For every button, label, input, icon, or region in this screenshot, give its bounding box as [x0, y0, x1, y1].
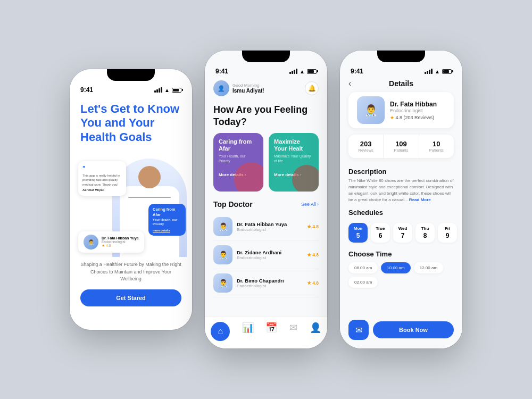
p3-time-0800[interactable]: 08.00 am: [348, 262, 378, 273]
list-item[interactable]: 👨‍⚕️ Dr. Fata Hibban Yuya Endocrinologis…: [213, 213, 319, 241]
nav-stats[interactable]: 📊: [242, 322, 254, 341]
back-button[interactable]: ‹: [348, 79, 351, 88]
p3-stat-patients1: 109 Patients: [384, 135, 419, 158]
p3-description-text: The Nike White 80 shoes are the perfect …: [348, 178, 454, 203]
p2-card-maximize[interactable]: Maximize Your Healt Maximize Your Qualit…: [269, 133, 319, 192]
p2-status-icons: ▲: [289, 69, 317, 74]
p2-blob-1: [234, 162, 263, 192]
p1-time: 9:41: [80, 86, 93, 94]
phone-2-content: 9:41 ▲ 👤 Good Morning Ismu Adiyat!: [205, 51, 327, 348]
nav-home[interactable]: ⌂: [211, 322, 230, 341]
p1-status-icons: ▲: [154, 87, 181, 93]
p3-bottom-actions: ✉ Book Now: [340, 315, 462, 348]
p1-hero-text: Let's Get to Know You and Your Health Go…: [70, 98, 192, 146]
p3-status-icons: ▲: [425, 69, 452, 74]
p3-time-0200[interactable]: 02.00 am: [348, 277, 378, 288]
p3-schedule-days: Mon 5 True 6 Wed 7 Thu 8 Fri 9: [340, 221, 462, 247]
signal-icon: [425, 69, 433, 74]
p1-doctor-avatar: 👨‍⚕️: [84, 235, 98, 250]
p2-doc-info-1: Dr. Fata Hibban Yuya Endocrinologist: [237, 221, 303, 232]
p3-page-title: Details: [389, 79, 413, 88]
get-started-button[interactable]: Get Stared: [80, 289, 181, 306]
signal-icon: [289, 69, 297, 74]
p3-rating: ★ 4.8 (203 Reviews): [390, 115, 437, 120]
wifi-icon: ▲: [300, 69, 305, 74]
p3-description-section: Description The Nike White 80 shoes are …: [340, 164, 462, 205]
p3-stat-reviews: 203 Reviews: [348, 135, 384, 158]
p2-bottom-nav: ⌂ 📊 📅 ✉ 👤: [205, 316, 327, 348]
battery-icon: [442, 69, 452, 74]
p2-doc-rating-2: ★ 4.8: [307, 252, 319, 257]
p2-doc-avatar-1: 👨‍⚕️: [213, 217, 232, 236]
p2-doc-rating-1: ★ 4.8: [307, 224, 319, 229]
phones-container: 9:41 ▲ Let's Get to Know You and Your He…: [0, 0, 532, 399]
p3-day-mon[interactable]: Mon 5: [348, 223, 368, 243]
nav-profile[interactable]: 👤: [310, 322, 321, 341]
p3-schedules-section: Schedules: [340, 205, 462, 221]
p1-doctor-info: Dr. Fata Hibban Yuya Endocrinologist ★ 4…: [102, 236, 139, 248]
p2-promo-cards: Caring from Afar Your Health, our Priori…: [205, 133, 327, 198]
phone-3-content: 9:41 ▲ ‹ Details 👨‍⚕️ Dr. Fata Hibban En…: [340, 51, 462, 348]
p2-user-text: Good Morning Ismu Adiyat!: [232, 83, 264, 94]
p2-header: 👤 Good Morning Ismu Adiyat! 🔔: [205, 77, 327, 99]
notification-bell-icon[interactable]: 🔔: [305, 81, 319, 95]
p3-stat-patients2: 10 Patients: [419, 135, 454, 158]
p2-doc-info-2: Dr. Zidane Ardhani Endocrinologist: [237, 250, 303, 260]
p3-time-1000[interactable]: 10.00 am: [381, 262, 410, 273]
p2-top-doctor-header: Top Doctor See All ›: [205, 198, 327, 213]
p3-doctor-profile: 👨‍⚕️ Dr. Fata Hibban Endocrinologist ★ 4…: [348, 92, 454, 128]
p2-time: 9:41: [215, 68, 228, 75]
p3-status-bar: 9:41 ▲: [340, 65, 462, 77]
notch-1: [107, 69, 155, 81]
p3-time-section: Choose Time: [340, 247, 462, 262]
phone-2: 9:41 ▲ 👤 Good Morning Ismu Adiyat!: [205, 51, 327, 348]
p3-time-slots: 08.00 am 10.00 am 12.00 am 02.00 am: [340, 262, 462, 292]
book-now-button[interactable]: Book Now: [373, 321, 454, 338]
battery-icon: [172, 88, 181, 93]
phone-1-content: 9:41 ▲ Let's Get to Know You and Your He…: [70, 69, 192, 330]
p2-doc-rating-3: ★ 4.8: [307, 280, 319, 286]
p1-headline: Let's Get to Know You and Your Health Go…: [80, 102, 181, 144]
p3-time-1200[interactable]: 12.00 am: [414, 262, 443, 273]
p2-doc-info-3: Dr. Bimo Chapandri Endocrinologist: [237, 278, 303, 288]
battery-icon: [307, 69, 317, 74]
p2-avatar: 👤: [213, 80, 229, 96]
p3-time: 9:41: [351, 68, 363, 75]
nav-messages[interactable]: ✉: [289, 322, 297, 341]
phone-1: 9:41 ▲ Let's Get to Know You and Your He…: [70, 69, 192, 330]
nav-calendar[interactable]: 📅: [265, 322, 277, 341]
p3-day-wed[interactable]: Wed 7: [393, 223, 412, 243]
p2-doctor-list: 👨‍⚕️ Dr. Fata Hibban Yuya Endocrinologis…: [205, 213, 327, 297]
p1-blue-card: Caring from Afar Your Health, our Priori…: [148, 204, 186, 236]
p1-status-bar: 9:41 ▲: [70, 84, 192, 98]
p1-doctor-area: This app is really helpful in providing …: [70, 151, 192, 257]
list-item[interactable]: 👨‍⚕️ Dr. Bimo Chapandri Endocrinologist …: [213, 269, 319, 297]
p2-question: How Are you Feeling Today?: [205, 99, 327, 133]
notch-2: [242, 51, 290, 62]
see-all-button[interactable]: See All ›: [301, 202, 319, 207]
list-item[interactable]: 👨‍⚕️ Dr. Zidane Ardhani Endocrinologist …: [213, 241, 319, 269]
message-button[interactable]: ✉: [348, 320, 369, 340]
p3-day-fri[interactable]: Fri 9: [438, 223, 457, 243]
wifi-icon: ▲: [435, 69, 440, 74]
p3-stats: 203 Reviews 109 Patients 10 Patients: [348, 135, 454, 158]
read-more-link[interactable]: Read More: [409, 197, 431, 202]
p1-review-card: This app is really helpful in providing …: [78, 161, 126, 195]
p3-day-thu[interactable]: Thu 8: [415, 223, 435, 243]
p2-doc-avatar-2: 👨‍⚕️: [213, 245, 232, 264]
p2-status-bar: 9:41 ▲: [205, 65, 327, 77]
notch-3: [377, 51, 425, 62]
signal-icon: [154, 87, 162, 93]
phone-3: 9:41 ▲ ‹ Details 👨‍⚕️ Dr. Fata Hibban En…: [340, 51, 462, 348]
p2-user-info: 👤 Good Morning Ismu Adiyat!: [213, 80, 264, 96]
p3-header: ‹ Details: [340, 77, 462, 92]
p1-tagline: Shaping a Healthier Future by Making the…: [70, 257, 192, 285]
p2-doc-avatar-3: 👨‍⚕️: [213, 273, 232, 293]
p2-card-caring[interactable]: Caring from Afar Your Health, our Priori…: [213, 133, 263, 192]
p2-blob-2: [292, 165, 319, 192]
p3-doctor-details: Dr. Fata Hibban Endocrinologist ★ 4.8 (2…: [390, 101, 437, 120]
p3-doctor-avatar: 👨‍⚕️: [357, 96, 385, 124]
wifi-icon: ▲: [164, 87, 170, 93]
p1-doctor-card: 👨‍⚕️ Dr. Fata Hibban Yuya Endocrinologis…: [78, 231, 144, 253]
p3-day-tue[interactable]: True 6: [371, 223, 390, 243]
